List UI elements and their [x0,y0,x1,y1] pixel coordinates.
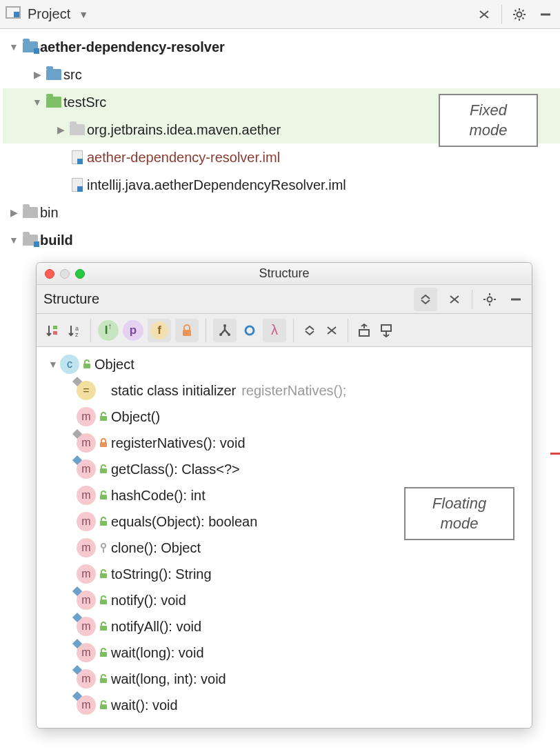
structure-node-method[interactable]: m toString(): String [43,561,532,587]
separator [501,5,502,24]
collapse-all-button[interactable] [475,6,493,23]
settings-button[interactable] [510,6,528,23]
node-label: registerNatives(): void [111,435,246,451]
tree-node-root[interactable]: ▼ aether-dependency-resolver [3,33,560,61]
svg-rect-37 [100,626,107,631]
svg-rect-25 [359,330,369,336]
structure-node-method[interactable]: m notifyAll(): void [43,613,532,640]
show-fields-button[interactable]: f [148,319,171,342]
structure-node-method[interactable]: m registerNatives(): void [43,430,532,456]
chevron-down-icon: ▼ [79,9,88,20]
svg-point-24 [246,326,254,335]
window-titlebar[interactable]: Structure [37,263,532,285]
show-lambdas-button[interactable]: λ [263,319,286,342]
show-nonpublic-button[interactable] [175,319,199,342]
tree-label: org.jetbrains.idea.maven.aether [87,122,281,138]
hide-button[interactable] [507,290,525,308]
svg-rect-36 [100,600,107,604]
svg-rect-16 [53,326,57,329]
public-icon [96,648,111,657]
svg-point-10 [488,297,492,301]
collapse-all-button[interactable] [323,321,341,339]
collapse-all-button[interactable] [446,290,463,308]
svg-rect-38 [100,652,107,657]
expand-arrow-icon[interactable]: ▼ [46,359,60,370]
module-folder-icon [21,235,40,246]
structure-node-method[interactable]: m wait(long): void [43,640,532,666]
svg-rect-35 [100,573,107,578]
expand-all-button[interactable] [301,321,319,339]
method-icon: m [77,564,96,584]
private-icon [96,438,111,448]
public-icon [96,569,111,579]
tree-node-iml1[interactable]: ▶ aether-dependency-resolver.iml [3,144,560,171]
node-label: Object() [111,409,160,425]
public-icon [96,595,111,605]
structure-node-method[interactable]: m wait(long, int): void [43,666,532,692]
expand-arrow-icon[interactable]: ▼ [30,97,44,108]
expand-arrow-icon[interactable]: ▼ [7,235,21,246]
show-anonymous-button[interactable] [241,321,259,339]
svg-line-8 [515,17,517,19]
method-icon: m [77,669,96,689]
initializer-icon: = [77,381,96,400]
expand-arrow-icon[interactable]: ▶ [54,124,68,135]
show-inherited-button[interactable] [213,319,237,342]
svg-rect-17 [53,331,57,335]
structure-node-method[interactable]: m notify(): void [43,587,532,613]
tree-node-build[interactable]: ▼ build [3,226,560,254]
settings-button[interactable] [481,290,499,308]
scroll-from-icon [379,324,393,337]
method-icon: m [77,486,96,505]
annotation-line: mode [452,121,524,141]
node-label: equals(Object): boolean [111,514,257,530]
error-marker-icon[interactable] [550,453,560,455]
window-title: Structure [37,266,532,281]
tree-node-bin[interactable]: ▶ bin [3,199,560,226]
tree-node-iml2[interactable]: ▶ intellij.java.aetherDependencyResolver… [3,171,560,199]
svg-line-6 [523,17,524,19]
node-label: notifyAll(): void [111,619,201,635]
minimize-icon [539,8,552,21]
public-icon [96,491,111,500]
method-icon: m [77,617,96,636]
annotation-line: mode [418,514,501,534]
structure-node-method[interactable]: m wait(): void [43,692,532,718]
structure-node-static-init[interactable]: = static class initializer registerNativ… [43,377,532,404]
svg-point-23 [228,333,230,336]
expand-arrow-icon[interactable]: ▼ [7,41,21,52]
tree-node-src[interactable]: ▶ src [3,61,560,88]
svg-point-22 [219,333,222,336]
svg-point-0 [517,12,522,17]
structure-node-class[interactable]: ▼ c Object [43,351,532,377]
autoscroll-to-source-button[interactable] [355,321,373,339]
tree-label: build [40,232,73,248]
show-interfaces-button[interactable]: I↑ [98,320,119,341]
sort-alphabetically-button[interactable]: a z [66,321,83,339]
structure-node-method[interactable]: m Object() [43,404,532,430]
minimize-button[interactable] [537,6,554,23]
tree-label: aether-dependency-resolver [40,39,225,55]
autoscroll-from-source-button[interactable] [377,321,395,339]
tree-label: intellij.java.aetherDependencyResolver.i… [87,177,346,193]
expand-arrow-icon[interactable]: ▶ [30,69,44,80]
expand-arrow-icon[interactable]: ▶ [7,207,21,218]
structure-node-method[interactable]: m getClass(): Class<?> [43,456,532,482]
sort-by-visibility-button[interactable] [43,321,61,339]
method-icon: m [77,433,96,453]
node-label: Object [94,357,134,373]
node-label: toString(): String [111,566,212,582]
node-label: static class initializer [111,383,236,399]
structure-header-title: Structure [43,291,99,307]
project-panel-toolbar: Project ▼ [0,0,560,29]
expand-all-button[interactable] [414,288,437,311]
show-properties-button[interactable]: p [123,320,143,341]
module-folder-icon [21,41,40,52]
project-selector-icon [6,6,21,22]
structure-toolbar: a z I↑ p f λ [37,314,532,347]
separator [90,319,91,342]
public-icon [96,622,111,631]
public-icon [79,359,94,369]
svg-point-33 [101,544,106,548]
project-selector[interactable]: Project ▼ [6,6,88,22]
